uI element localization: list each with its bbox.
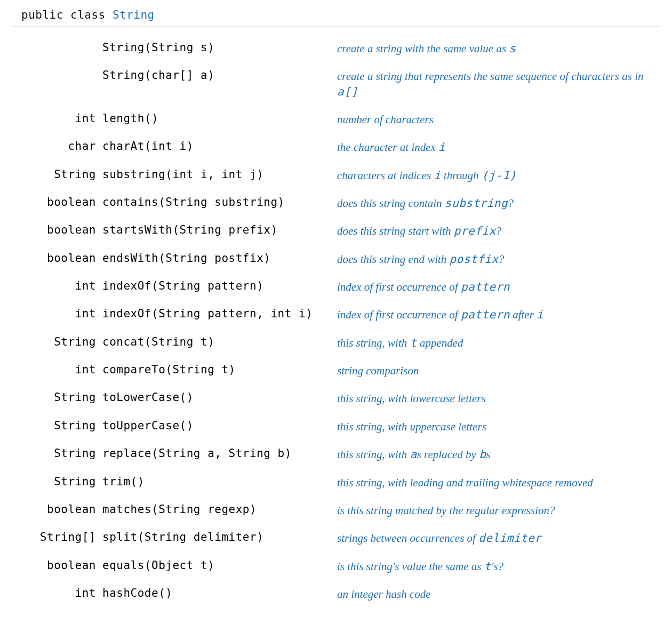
desc-text: this string, with: [337, 448, 410, 461]
method-description: index of first occurrence of pattern: [337, 279, 661, 294]
method-description: does this string start with prefix?: [337, 223, 661, 238]
desc-code: pattern: [461, 308, 510, 321]
method-signature: concat(String t): [102, 335, 337, 348]
desc-text: ?: [499, 253, 505, 266]
method-description: number of characters: [337, 112, 661, 127]
desc-code: s: [509, 42, 516, 55]
desc-text: appended: [417, 337, 463, 349]
desc-text: characters at indices: [337, 169, 434, 182]
api-row: Stringreplace(String a, String b)this st…: [11, 441, 661, 468]
desc-text: this string, with uppercase letters: [337, 420, 486, 433]
method-description: string comparison: [337, 363, 661, 378]
desc-code: (j-1): [482, 169, 517, 182]
api-row: StringtoUpperCase()this string, with upp…: [11, 413, 661, 441]
api-row: booleanequals(Object t)is this string's …: [11, 553, 661, 580]
api-row: booleanendsWith(String postfix)does this…: [11, 245, 661, 273]
return-type: String: [11, 168, 102, 181]
desc-code: i: [434, 169, 441, 182]
desc-text: this string, with: [337, 337, 410, 349]
api-row: booleanmatches(String regexp)is this str…: [11, 497, 661, 524]
method-signature: length(): [102, 112, 337, 125]
method-signature: compareTo(String t): [102, 363, 337, 376]
method-signature: String(char[] a): [102, 69, 337, 82]
class-prefix: public class: [21, 9, 113, 21]
return-type: boolean: [11, 196, 102, 209]
api-row: StringtoLowerCase()this string, with low…: [11, 385, 661, 412]
method-signature: toLowerCase(): [102, 391, 337, 404]
desc-text: ?: [508, 197, 514, 210]
method-description: strings between occurrences of delimiter: [337, 531, 661, 546]
desc-code: b: [479, 448, 486, 461]
desc-text: this string, with lowercase letters: [337, 392, 486, 405]
desc-code: t: [484, 560, 491, 573]
method-signature: equals(Object t): [102, 559, 337, 572]
return-type: String: [11, 419, 102, 432]
method-description: create a string that represents the same…: [337, 69, 661, 99]
desc-text: the character at index: [337, 141, 438, 154]
method-description: this string, with uppercase letters: [337, 419, 661, 434]
desc-code: substring: [445, 197, 508, 210]
return-type: int: [11, 363, 102, 376]
method-description: this string, with t appended: [337, 335, 661, 350]
return-type: int: [11, 279, 102, 292]
return-type: String[]: [11, 531, 102, 543]
desc-code: a: [410, 448, 417, 461]
return-type: String: [11, 475, 102, 488]
method-signature: startsWith(String prefix): [102, 223, 337, 236]
desc-code: i: [537, 308, 543, 321]
desc-text: create a string that represents the same…: [337, 70, 643, 83]
method-description: the character at index i: [337, 140, 661, 155]
desc-text: index of first occurrence of: [337, 308, 461, 321]
method-description: is this string's value the same as t's?: [337, 559, 661, 574]
return-type: int: [11, 112, 102, 125]
method-signature: contains(String substring): [102, 196, 337, 209]
desc-text: 's?: [491, 560, 503, 573]
method-description: this string, with as replaced by bs: [337, 447, 661, 462]
desc-code: i: [438, 141, 445, 154]
desc-text: is this string's value the same as: [337, 560, 484, 573]
method-description: does this string end with postfix?: [337, 252, 661, 267]
desc-text: is this string matched by the regular ex…: [337, 504, 555, 517]
return-type: int: [11, 587, 102, 599]
return-type: boolean: [11, 559, 102, 572]
method-description: this string, with lowercase letters: [337, 391, 661, 406]
desc-text: does this string contain: [337, 197, 445, 210]
desc-code: t: [410, 337, 417, 349]
return-type: String: [11, 391, 102, 404]
desc-code: pattern: [461, 281, 510, 293]
class-name: String: [113, 9, 155, 21]
return-type: boolean: [11, 252, 102, 265]
desc-text: does this string start with: [337, 225, 454, 237]
desc-text: string comparison: [337, 364, 419, 377]
return-type: String: [11, 335, 102, 348]
desc-text: an integer hash code: [337, 588, 431, 601]
desc-code: prefix: [454, 225, 496, 237]
desc-text: ?: [496, 225, 502, 237]
return-type: String: [11, 447, 102, 460]
api-table: String(String s)create a string with the…: [11, 35, 661, 608]
method-signature: substring(int i, int j): [102, 168, 337, 181]
desc-text: this string, with leading and trailing w…: [337, 476, 593, 489]
desc-text: does this string end with: [337, 253, 450, 266]
method-description: index of first occurrence of pattern aft…: [337, 307, 661, 322]
method-signature: toUpperCase(): [102, 419, 337, 432]
desc-text: through: [441, 169, 482, 182]
api-row: intlength()number of characters: [11, 106, 661, 133]
method-signature: replace(String a, String b): [102, 447, 337, 460]
api-row: intindexOf(String pattern, int i)index o…: [11, 301, 661, 329]
desc-text: after: [510, 308, 537, 321]
api-row: Stringconcat(String t)this string, with …: [11, 329, 661, 357]
return-type: boolean: [11, 503, 102, 516]
method-signature: endsWith(String postfix): [102, 252, 337, 265]
method-description: create a string with the same value as s: [337, 41, 661, 56]
api-row: Stringtrim()this string, with leading an…: [11, 469, 661, 497]
desc-code: postfix: [450, 253, 499, 266]
desc-text: strings between occurrences of: [337, 532, 478, 545]
api-row: String[]split(String delimiter)strings b…: [11, 524, 661, 552]
method-description: is this string matched by the regular ex…: [337, 503, 661, 518]
api-row: booleancontains(String substring)does th…: [11, 189, 661, 217]
api-row: String(char[] a)create a string that rep…: [11, 62, 661, 106]
api-row: charcharAt(int i)the character at index …: [11, 133, 661, 161]
method-signature: charAt(int i): [102, 140, 337, 153]
method-description: an integer hash code: [337, 587, 661, 602]
